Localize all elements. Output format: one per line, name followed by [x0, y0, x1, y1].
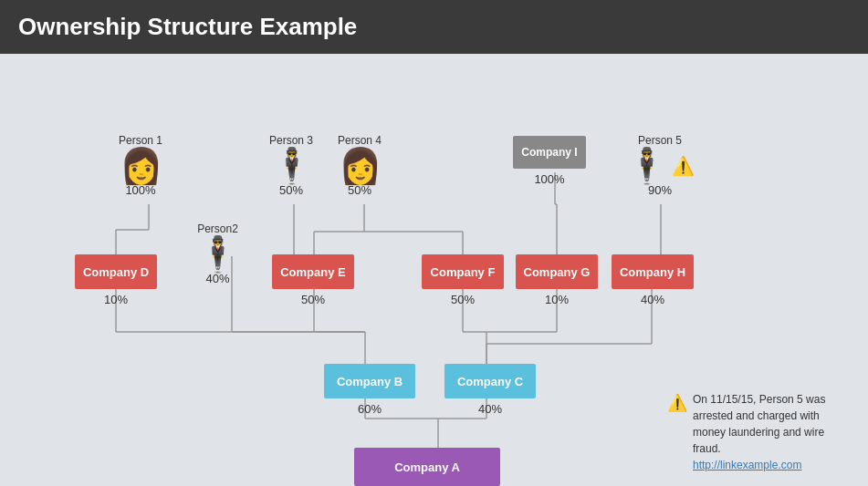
person4-icon: 👩: [339, 149, 382, 183]
person5-icon: 🕴: [625, 149, 668, 183]
page-title: Ownership Structure Example: [0, 0, 868, 54]
companyF-pct: 50%: [451, 293, 475, 306]
companyD-pct: 10%: [104, 293, 128, 306]
companyF-node: Company F 50%: [422, 254, 504, 306]
person2-label: Person2: [197, 222, 238, 235]
companyH-node: Company H 40%: [612, 254, 694, 306]
companyD-box[interactable]: Company D: [75, 254, 157, 289]
person2-node: Person2 🕴 40%: [196, 222, 239, 285]
companyA-node: Company A: [354, 448, 500, 486]
companyC-node: Company C 40%: [444, 364, 536, 416]
companyA-box[interactable]: Company A: [354, 448, 500, 486]
companyE-pct: 50%: [301, 293, 325, 306]
person4-label: Person 4: [338, 134, 382, 147]
person3-icon: 🕴: [270, 149, 313, 183]
person3-pct: 50%: [279, 183, 303, 197]
alert-warning-icon: ⚠️: [667, 391, 687, 416]
companyH-box[interactable]: Company H: [612, 254, 694, 289]
person2-icon: 🕴: [196, 237, 239, 272]
companyE-box[interactable]: Company E: [272, 254, 354, 289]
companyG-box[interactable]: Company G: [516, 254, 598, 289]
companyG-pct: 10%: [545, 293, 569, 306]
person3-node: Person 3 🕴 50%: [269, 134, 313, 197]
companyD-node: Company D 10%: [75, 254, 157, 306]
companyB-pct: 60%: [358, 402, 382, 416]
person5-pct: 90%: [648, 183, 672, 197]
companyE-node: Company E 50%: [272, 254, 354, 306]
person1-label: Person 1: [119, 134, 162, 147]
companyB-node: Company B 60%: [324, 364, 415, 416]
companyG-node: Company G 10%: [516, 254, 598, 306]
companyC-box[interactable]: Company C: [444, 364, 536, 398]
companyI-pct: 100%: [534, 172, 564, 186]
companyC-pct: 40%: [478, 402, 502, 416]
person3-label: Person 3: [269, 134, 313, 147]
person2-pct: 40%: [205, 272, 229, 285]
person5-label: Person 5: [638, 134, 682, 147]
diagram-canvas: Person 1 👩 100% Company D 10% Person2 🕴 …: [0, 54, 868, 486]
person1-icon: 👩: [120, 149, 162, 183]
person4-node: Person 4 👩 50%: [338, 134, 382, 197]
alert-text: On 11/15/15, Person 5 was arrested and c…: [693, 393, 825, 455]
companyF-box[interactable]: Company F: [422, 254, 504, 289]
person5-node: Person 5 🕴 ⚠️ 90%: [625, 134, 695, 197]
title-text: Ownership Structure Example: [18, 13, 357, 40]
companyH-pct: 40%: [641, 293, 664, 306]
alert-link[interactable]: http://linkexample.com: [693, 459, 801, 471]
alert-box: ⚠️ On 11/15/15, Person 5 was arrested an…: [667, 391, 850, 473]
person1-node: Person 1 👩 100%: [119, 134, 162, 197]
person4-pct: 50%: [348, 183, 371, 197]
companyB-box[interactable]: Company B: [324, 364, 415, 398]
person5-warning-icon: ⚠️: [672, 155, 695, 177]
companyI-box[interactable]: Company I: [513, 136, 586, 169]
person1-pct: 100%: [125, 183, 155, 197]
companyI-node: Company I 100%: [513, 136, 586, 186]
